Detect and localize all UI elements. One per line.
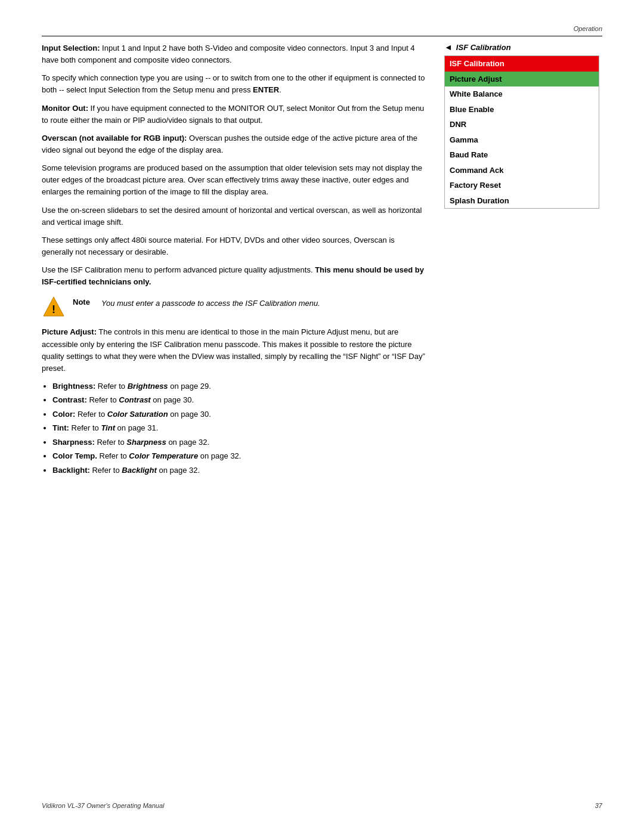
these-settings-text: These settings only affect 480i source m… (42, 236, 395, 256)
monitor-out-label: Monitor Out: (42, 104, 88, 113)
footer-page: 37 (595, 802, 602, 809)
some-television-text: Some television programs are produced ba… (42, 163, 422, 196)
use-onscreen-text: Use the on-screen slidebars to set the d… (42, 206, 422, 227)
header-divider (42, 36, 602, 36)
list-item: Color: Refer to Color Saturation on page… (52, 408, 426, 420)
menu-item-white-balance[interactable]: White Balance (445, 86, 599, 102)
overscan-para: Overscan (not available for RGB input): … (42, 132, 426, 156)
use-onscreen-para: Use the on-screen slidebars to set the d… (42, 205, 426, 228)
isf-menu-box: ISF Calibration Picture Adjust White Bal… (444, 55, 599, 209)
picture-adjust-para: Picture Adjust: The controls in this men… (42, 326, 426, 374)
picture-adjust-label: Picture Adjust: (42, 327, 97, 336)
left-arrow-icon: ◄ (444, 42, 453, 52)
menu-item-isf-calibration[interactable]: ISF Calibration (445, 56, 599, 72)
main-text: Input Selection: Input 1 and Input 2 hav… (42, 42, 426, 479)
note-label: Note (73, 296, 94, 308)
isf-calibration-header: ◄ ISF Calibration (444, 42, 602, 52)
svg-text:!: ! (52, 304, 55, 315)
use-isf-text: Use the ISF Calibration menu to perform … (42, 265, 315, 274)
menu-item-splash-duration[interactable]: Splash Duration (445, 193, 599, 209)
input-selection-para: Input Selection: Input 1 and Input 2 hav… (42, 42, 426, 66)
to-specify-para: To specify which connection type you are… (42, 72, 426, 96)
enter-label: ENTER (253, 85, 279, 94)
monitor-out-para: Monitor Out: If you have equipment conne… (42, 103, 426, 126)
input-selection-label: Input Selection: (42, 44, 100, 52)
isf-calibration-header-label: ISF Calibration (456, 43, 511, 52)
overscan-label: Overscan (not available for RGB input): (42, 134, 187, 143)
operation-label: Operation (574, 25, 602, 32)
footer-title: Vidikron VL-37 Owner's Operating Manual (42, 802, 165, 809)
menu-item-blue-enable[interactable]: Blue Enable (445, 102, 599, 117)
menu-item-factory-reset[interactable]: Factory Reset (445, 178, 599, 193)
these-settings-para: These settings only affect 480i source m… (42, 234, 426, 258)
list-item: Brightness: Refer to Brightness on page … (52, 380, 426, 392)
footer: Vidikron VL-37 Owner's Operating Manual … (42, 802, 602, 809)
some-television-para: Some television programs are produced ba… (42, 162, 426, 198)
note-box: ! Note You must enter a passcode to acce… (42, 295, 426, 319)
menu-item-gamma[interactable]: Gamma (445, 132, 599, 148)
to-specify-text: To specify which connection type you are… (42, 73, 425, 94)
bullet-list: Brightness: Refer to Brightness on page … (52, 380, 426, 476)
page: Operation Input Selection: Input 1 and I… (0, 0, 644, 833)
list-item: Backlight: Refer to Backlight on page 32… (52, 465, 426, 476)
note-icon: ! (42, 295, 66, 319)
list-item: Color Temp. Refer to Color Temperature o… (52, 450, 426, 462)
menu-item-command-ack[interactable]: Command Ack (445, 163, 599, 178)
menu-item-dnr[interactable]: DNR (445, 117, 599, 132)
note-text: You must enter a passcode to access the … (101, 298, 320, 309)
content-area: Input Selection: Input 1 and Input 2 hav… (42, 42, 602, 479)
menu-item-baud-rate[interactable]: Baud Rate (445, 147, 599, 163)
menu-item-picture-adjust[interactable]: Picture Adjust (445, 72, 599, 87)
list-item: Tint: Refer to Tint on page 31. (52, 422, 426, 434)
monitor-out-text: If you have equipment connected to the M… (42, 104, 424, 125)
list-item: Contrast: Refer to Contrast on page 30. (52, 394, 426, 406)
sidebar: ◄ ISF Calibration ISF Calibration Pictur… (444, 42, 602, 479)
use-isf-para: Use the ISF Calibration menu to perform … (42, 264, 426, 288)
picture-adjust-text: The controls in this menu are identical … (42, 327, 425, 372)
list-item: Sharpness: Refer to Sharpness on page 32… (52, 436, 426, 448)
